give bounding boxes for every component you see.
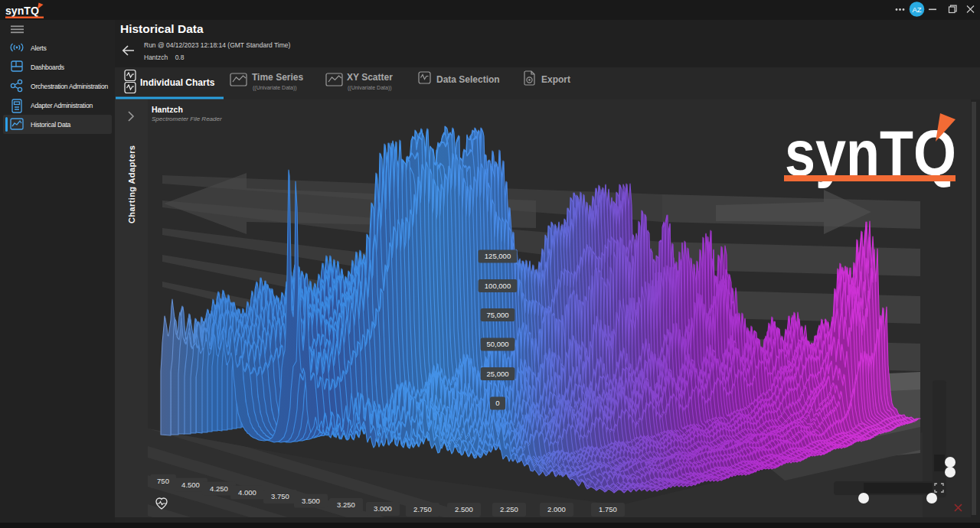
svg-text:Time Series: Time Series [252,72,303,83]
svg-text:Orchestration Administration: Orchestration Administration [31,83,108,90]
svg-text:Alerts: Alerts [31,44,46,52]
svg-text:50,000: 50,000 [486,340,508,348]
svg-text:2.000: 2.000 [547,505,566,513]
svg-text:125,000: 125,000 [485,252,511,260]
svg-text:3.500: 3.500 [302,497,320,505]
svg-text:75,000: 75,000 [486,311,508,319]
svg-text:synTQ: synTQ [5,4,39,17]
svg-text:Dashboards: Dashboards [31,64,64,71]
svg-text:Charting Adapters: Charting Adapters [127,145,136,223]
svg-text:100,000: 100,000 [485,282,511,290]
svg-text:25,000: 25,000 [486,370,508,378]
svg-text:3.750: 3.750 [271,492,289,500]
svg-text:2.750: 2.750 [413,505,432,513]
svg-text:2.250: 2.250 [500,505,518,513]
svg-text:Spectrometer File Reader: Spectrometer File Reader [152,116,222,122]
svg-text:AZ: AZ [912,5,921,14]
svg-text:Export: Export [541,74,570,85]
svg-text:Data Selection: Data Selection [436,74,500,85]
svg-text:XY Scatter: XY Scatter [347,72,393,83]
svg-text:4.000: 4.000 [238,488,256,497]
svg-text:((Univariate Data)): ((Univariate Data)) [348,85,392,91]
svg-text:2.500: 2.500 [455,505,473,513]
svg-text:4.250: 4.250 [210,484,228,493]
svg-text:3.000: 3.000 [374,504,392,513]
svg-text:Hantzch: Hantzch [152,105,183,114]
svg-text:1.750: 1.750 [599,505,617,513]
svg-text:Historical Data: Historical Data [31,121,71,129]
svg-text:Individual Charts: Individual Charts [140,77,215,88]
svg-text:Adapter Administration: Adapter Administration [31,102,93,109]
svg-text:0: 0 [495,399,499,407]
svg-text:3.250: 3.250 [337,500,355,509]
svg-text:((Univariate Data)): ((Univariate Data)) [253,85,297,91]
svg-text:4.500: 4.500 [181,481,200,489]
svg-text:750: 750 [157,477,169,485]
